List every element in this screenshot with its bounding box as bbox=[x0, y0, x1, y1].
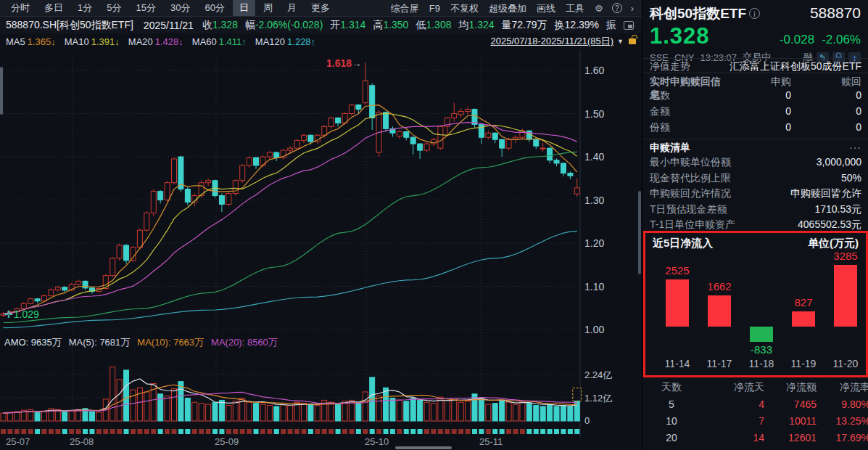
list-row: T日预估现金差额1710.53元 bbox=[642, 203, 868, 216]
period-tabs: 分时多日1分5分15分30分60分日周月更多 bbox=[4, 0, 336, 16]
panel-scrollbar[interactable] bbox=[638, 191, 641, 274]
list-row: T-1日单位申赎资产4065502.53元 bbox=[642, 218, 868, 232]
y-axis-label: 1.40 bbox=[584, 151, 604, 163]
list-title: 申赎清单 bbox=[650, 142, 690, 155]
flow-date: 11-19 bbox=[782, 358, 825, 369]
tool-综合屏[interactable]: 综合屏 bbox=[386, 1, 424, 15]
tool-超级叠加[interactable]: 超级叠加 bbox=[484, 1, 532, 15]
chevron-down-icon[interactable]: ▼ bbox=[617, 38, 624, 45]
field-振: 振 bbox=[606, 19, 616, 30]
ma-legend: MA51.365↓MA101.391↓MA201.428↓MA601.411↑M… bbox=[6, 36, 324, 47]
date-range-control[interactable]: 2025/07/18-2025/11/21(85日) ▼ bbox=[490, 35, 636, 48]
flow-value: -833 bbox=[740, 343, 783, 356]
tab-30分[interactable]: 30分 bbox=[164, 0, 197, 16]
nav-row-netvalue[interactable]: 净值走势 汇添富上证科创板50成份ETF bbox=[642, 58, 868, 73]
tool-buttons: 综合屏F9不复权超级叠加画线工具 bbox=[386, 1, 590, 15]
flow-date: 11-17 bbox=[698, 358, 741, 369]
netvalue-label: 净值走势 bbox=[650, 60, 690, 71]
tool-F9[interactable]: F9 bbox=[424, 1, 445, 15]
price-chart-area: 1.601.501.401.301.201.101.00 1.618→ ✛1.0… bbox=[0, 49, 642, 335]
left-scrollbar[interactable] bbox=[0, 67, 3, 115]
table-header-row: 天数净流天净流额净流率 bbox=[642, 379, 868, 396]
tab-更多[interactable]: 更多 bbox=[305, 0, 336, 16]
list-row: 申购赎回允许情况申购赎回皆允许 bbox=[642, 187, 868, 200]
date-label: 2025/11/21 bbox=[144, 20, 194, 31]
period-high-annotation: 1.618→ bbox=[326, 57, 362, 69]
ma-item-MA20: MA201.428↓ bbox=[128, 36, 183, 47]
last-price: 1.328 bbox=[650, 23, 710, 49]
tab-分时[interactable]: 分时 bbox=[4, 0, 36, 16]
app-root: 分时多日1分5分15分30分60分日周月更多 综合屏F9不复权超级叠加画线工具 … bbox=[0, 0, 868, 450]
table-row: 20141260117.69% bbox=[642, 429, 868, 446]
realtime-row-份额: 份额00 bbox=[642, 121, 868, 134]
flow-date: 11-14 bbox=[656, 358, 699, 369]
fund-full-name: 汇添富上证科创板50成份ETF bbox=[729, 60, 861, 71]
realtime-row-笔数: 笔数00 bbox=[642, 89, 868, 102]
field-换: 换12.39% bbox=[555, 19, 599, 30]
gear-icon[interactable]: ⚙ bbox=[591, 3, 607, 14]
date-range-label[interactable]: 2025/07/18-2025/11/21(85日) bbox=[490, 35, 613, 48]
y-axis-label: 1.60 bbox=[584, 65, 604, 76]
tab-15分[interactable]: 15分 bbox=[129, 0, 162, 16]
ma-legend-row: MA51.365↓MA101.391↓MA201.428↓MA601.411↑M… bbox=[0, 33, 642, 49]
table-row: 1071001113.25% bbox=[642, 412, 868, 429]
mini-window-icon[interactable] bbox=[624, 21, 634, 30]
tool-工具[interactable]: 工具 bbox=[561, 1, 590, 15]
price-change: -0.028-2.06% bbox=[772, 33, 861, 47]
list-section-header: 申赎清单 ··· bbox=[642, 139, 868, 155]
tool-画线[interactable]: 画线 bbox=[532, 1, 561, 15]
flow-value: 3285 bbox=[824, 250, 867, 262]
ma-item-MA120: MA1201.228↑ bbox=[255, 36, 315, 47]
panel-title-row: 科创50指数ETFi 588870 bbox=[642, 0, 868, 23]
x-axis-label: 25-07 bbox=[6, 436, 30, 447]
table-row: 5474659.80% bbox=[642, 396, 868, 412]
field-均: 均1.324 bbox=[458, 19, 494, 30]
stock-name: 科创50指数ETF bbox=[650, 6, 746, 21]
x-axis-label: 25-09 bbox=[215, 436, 239, 447]
volume-axis-label: 2.24亿 bbox=[584, 369, 612, 382]
tab-多日[interactable]: 多日 bbox=[38, 0, 70, 16]
y-axis-label: 1.10 bbox=[584, 281, 604, 292]
tab-日[interactable]: 日 bbox=[233, 0, 255, 16]
field-低: 低1.308 bbox=[416, 19, 451, 30]
horizontal-scrollbar[interactable] bbox=[395, 446, 452, 449]
flow-value: 2525 bbox=[656, 264, 699, 277]
flow-value: 827 bbox=[782, 296, 825, 308]
flow-bar-11-20 bbox=[834, 265, 857, 327]
volume-chart[interactable] bbox=[0, 335, 642, 437]
y-axis-label: 1.30 bbox=[584, 195, 604, 206]
tab-5分[interactable]: 5分 bbox=[100, 0, 128, 16]
field-幅: 幅-2.06%(-0.028) bbox=[245, 19, 323, 30]
y-axis-label: 1.00 bbox=[584, 324, 604, 335]
list-row: 现金替代比例上限50% bbox=[642, 172, 868, 185]
tool-不复权[interactable]: 不复权 bbox=[445, 1, 484, 15]
flow-bar-11-19 bbox=[792, 311, 815, 327]
flow-bar-11-18 bbox=[750, 327, 773, 342]
field-收: 收1.328 bbox=[202, 19, 238, 30]
help-icon[interactable]: ? bbox=[612, 3, 622, 13]
field-开: 开1.314 bbox=[330, 19, 365, 30]
net-inflow-box: 近5日净流入 单位(万元) 252511-14166211-17-83311-1… bbox=[643, 231, 868, 377]
field-量: 量72.79万 bbox=[502, 19, 547, 30]
panel-price-row: 1.328 -0.028-2.06% bbox=[642, 23, 868, 49]
tab-周[interactable]: 周 bbox=[257, 0, 279, 16]
toolbar-tools: 综合屏F9不复权超级叠加画线工具 ⚙ ? › bbox=[386, 1, 637, 15]
x-axis-label: 25-08 bbox=[70, 436, 94, 447]
chevron-right-icon[interactable]: › bbox=[627, 3, 637, 14]
net-inflow-header: 近5日净流入 单位(万元) bbox=[645, 233, 866, 250]
tab-月[interactable]: 月 bbox=[281, 0, 303, 16]
volume-axis-label: 1.12亿 bbox=[584, 392, 612, 405]
net-inflow-unit: 单位(万元) bbox=[808, 237, 859, 250]
tab-1分[interactable]: 1分 bbox=[71, 0, 99, 16]
net-inflow-title: 近5日净流入 bbox=[653, 237, 713, 250]
tab-60分[interactable]: 60分 bbox=[198, 0, 231, 16]
unlock-icon[interactable] bbox=[629, 38, 636, 44]
more-icon[interactable]: ··· bbox=[849, 142, 861, 155]
flow-date: 11-20 bbox=[824, 358, 867, 369]
volume-axis-label: 0 bbox=[584, 415, 590, 426]
candlestick-chart[interactable] bbox=[0, 49, 642, 335]
field-高: 高1.350 bbox=[373, 19, 408, 30]
ma-item-MA5: MA51.365↓ bbox=[6, 36, 56, 47]
flow-value: 1662 bbox=[698, 280, 741, 292]
info-icon[interactable]: i bbox=[749, 8, 760, 19]
